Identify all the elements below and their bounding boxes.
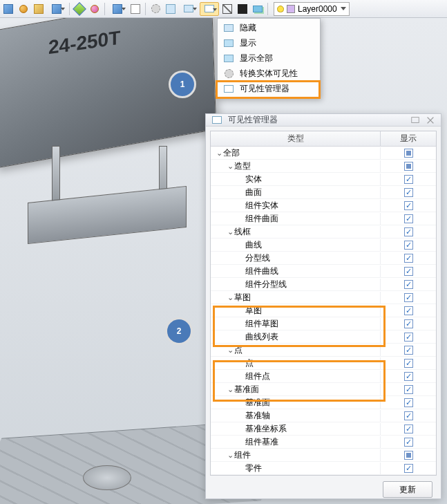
tree-label: 点 [245,357,254,369]
bulb-icon [277,6,284,12]
tree-row[interactable]: 组件草图 [211,317,436,330]
tree-label: 实体 [245,174,262,185]
svg-rect-0 [412,117,419,122]
tree-row[interactable]: 点 [211,357,436,370]
tool-grid-icon[interactable] [149,2,162,16]
visibility-checkbox[interactable] [404,293,413,302]
panel-icon [211,115,222,126]
tree-row[interactable]: 实体 [211,173,436,186]
tree-row[interactable]: 草图 [211,304,436,317]
toolbar-separator [145,3,146,15]
toolbar-separator [104,3,105,15]
collapse-icon[interactable]: ⌄ [226,346,234,355]
tree-row[interactable]: 组件实体 [211,199,436,212]
visibility-checkbox[interactable] [404,241,413,250]
visibility-checkbox[interactable] [404,385,413,394]
visibility-checkbox[interactable] [404,201,413,210]
visibility-checkbox[interactable] [404,306,413,315]
visibility-dropdown-button[interactable] [200,2,219,16]
tree-label: 曲线列表 [245,331,278,343]
tree-row[interactable]: 组件曲线 [211,265,436,278]
tree-row[interactable]: ⌄全部 [211,147,436,160]
visibility-checkbox[interactable] [404,227,413,236]
chevron-down-icon [341,7,346,10]
visibility-checkbox[interactable] [404,464,413,473]
tool-wireframe-icon[interactable] [220,2,234,16]
toolbar-separator [267,3,268,15]
menu-hide[interactable]: 隐藏 [219,20,318,35]
tree-row[interactable]: 基准轴 [211,409,436,422]
tree-row[interactable]: ⌄基准面 [211,383,436,396]
tree-row[interactable]: ⌄点 [211,344,436,357]
tool-screen-dropdown[interactable] [179,2,198,16]
menu-visibility-manager[interactable]: 可见性管理器 [219,81,318,96]
tool-cube-icon[interactable] [1,2,15,16]
tree-row[interactable]: 组件曲面 [211,212,436,225]
visibility-checkbox[interactable] [404,372,413,381]
collapse-icon[interactable]: ⌄ [215,149,223,158]
tool-layer-icon[interactable] [251,2,265,16]
visibility-checkbox[interactable] [404,346,413,355]
visibility-checkbox[interactable] [404,149,413,158]
tree-row[interactable]: 曲线列表 [211,330,436,344]
visibility-checkbox[interactable] [404,438,413,447]
collapse-icon[interactable]: ⌄ [226,227,234,236]
tree-row[interactable]: ⌄线框 [211,225,436,239]
tree-label: 曲面 [245,187,262,198]
tree-row[interactable]: 组件点 [211,370,436,383]
tree-row[interactable]: ⌄造型 [211,160,436,173]
tool-box-dropdown[interactable] [47,2,66,16]
tree-label: 全部 [223,147,240,159]
visibility-checkbox[interactable] [404,359,413,368]
tree-row[interactable]: 曲线 [211,239,436,252]
tool-gold-cube-icon[interactable] [32,2,46,16]
visibility-checkbox[interactable] [404,175,413,184]
visibility-checkbox[interactable] [404,254,413,263]
grid-header: 类型 显示 [211,131,436,147]
tree-row[interactable]: 组件基准 [211,436,436,449]
menu-toggle-visibility[interactable]: 转换实体可见性 [219,66,318,81]
tree-row[interactable]: ⌄组件 [211,449,436,462]
visibility-checkbox[interactable] [404,267,413,276]
tool-view-dropdown[interactable] [108,2,127,16]
visibility-checkbox[interactable] [404,398,413,407]
tree-label: 组件草图 [245,318,278,330]
menu-show[interactable]: 显示 [219,35,318,50]
pin-icon[interactable] [410,115,420,125]
visibility-checkbox[interactable] [404,162,413,171]
collapse-icon[interactable]: ⌄ [226,293,234,302]
column-show[interactable]: 显示 [381,131,436,146]
visibility-checkbox[interactable] [404,319,413,328]
visibility-checkbox[interactable] [404,424,413,433]
tool-pyramid-icon[interactable] [73,2,86,16]
collapse-icon[interactable]: ⌄ [226,451,234,460]
tree-row[interactable]: 基准坐标系 [211,422,436,436]
menu-show-all[interactable]: 显示全部 [219,50,318,66]
tool-sphere-icon[interactable] [17,2,30,16]
tool-solid-icon[interactable] [236,2,249,16]
visibility-checkbox[interactable] [404,411,413,420]
layer-color-swatch [287,5,295,13]
visibility-checkbox[interactable] [404,214,413,223]
collapse-icon[interactable]: ⌄ [226,162,234,171]
tool-doc-icon[interactable] [164,2,178,16]
layer-selector[interactable]: Layer0000 [274,2,350,16]
visibility-checkbox[interactable] [404,188,413,197]
layer-name-label: Layer0000 [298,4,337,14]
tree-row[interactable]: 分型线 [211,252,436,265]
visibility-checkbox[interactable] [404,451,413,460]
collapse-icon[interactable]: ⌄ [226,385,234,394]
tree-row[interactable]: 零件 [211,462,436,475]
tool-flower-icon[interactable] [88,2,102,16]
column-type[interactable]: 类型 [211,131,381,146]
visibility-checkbox[interactable] [404,280,413,289]
tree-row[interactable]: ⌄草图 [211,291,436,304]
tree-row[interactable]: 基准面 [211,396,436,409]
toolbar-separator [69,3,70,15]
tool-zoom-icon[interactable] [129,2,142,16]
tree-row[interactable]: 组件分型线 [211,278,436,291]
update-button[interactable]: 更新 [383,481,432,498]
close-icon[interactable] [426,115,435,125]
visibility-checkbox[interactable] [404,333,413,342]
tree-row[interactable]: 曲面 [211,186,436,199]
